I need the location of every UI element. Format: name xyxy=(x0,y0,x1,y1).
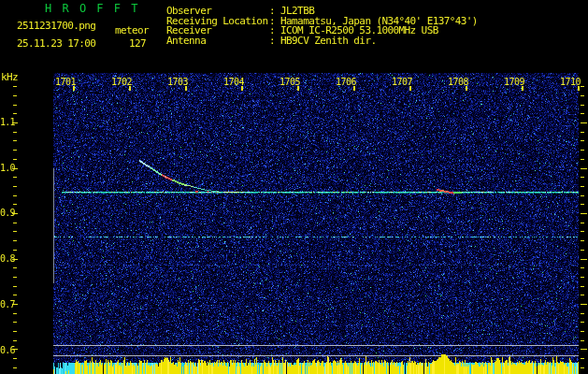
y-tick-label: 1.0 xyxy=(0,163,13,174)
x-tick-label: 1703 xyxy=(165,77,190,87)
y-tick-label: 0.9 xyxy=(0,208,13,219)
x-tick-label: 1704 xyxy=(222,77,246,87)
y-tick-label: 1.1 xyxy=(0,117,13,128)
meteor-count: 127 xyxy=(129,38,146,49)
app-title: H R O F F T xyxy=(45,3,139,14)
station-info-row: Antenna: HB9CV Zenith dir. xyxy=(166,36,478,47)
spectrogram-canvas xyxy=(0,0,588,374)
x-tick-label: 1705 xyxy=(278,77,302,87)
x-tick-label: 1706 xyxy=(334,77,358,87)
y-axis-unit: kHz xyxy=(1,72,18,82)
x-tick-label: 1709 xyxy=(502,77,526,87)
info-separator: : xyxy=(269,35,280,47)
x-tick-label: 1702 xyxy=(109,77,134,87)
x-tick-label: 1708 xyxy=(446,77,470,87)
x-tick-label: 1701 xyxy=(53,77,78,87)
datetime-label: 25.11.23 17:00 xyxy=(17,38,95,49)
mode-label: meteor xyxy=(115,25,149,36)
info-label: Antenna xyxy=(166,36,269,47)
y-tick-label: 0.6 xyxy=(0,345,13,356)
file-name: 2511231700.png xyxy=(17,21,95,31)
y-tick-label: 0.7 xyxy=(0,299,13,310)
x-tick-label: 1707 xyxy=(390,77,414,87)
info-value: HB9CV Zenith dir. xyxy=(280,35,376,47)
hrofft-output-image: H R O F F T 2511231700.png meteor 25.11.… xyxy=(0,0,588,374)
y-tick-label: 0.8 xyxy=(0,253,13,265)
station-info: Observer: JL2TBBReceiving Location: Hama… xyxy=(166,7,478,47)
x-tick-label: 1710 xyxy=(558,77,582,87)
